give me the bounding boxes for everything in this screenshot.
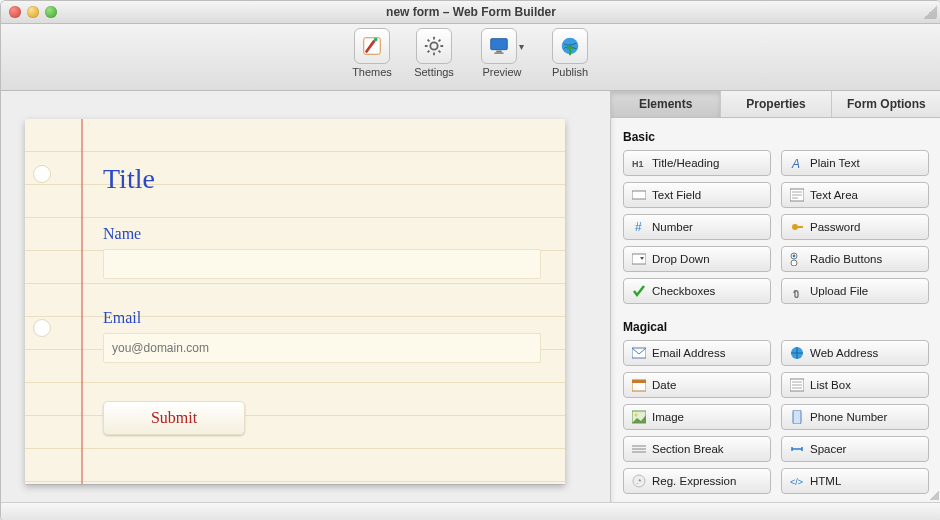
element-label: Phone Number (810, 411, 887, 423)
status-bar (1, 502, 940, 520)
gear-icon (423, 35, 445, 57)
form-title[interactable]: Title (103, 163, 545, 195)
element-image[interactable]: Image (623, 404, 771, 430)
textarea-icon (790, 188, 804, 202)
side-tabs: Elements Properties Form Options (611, 91, 940, 118)
element-label: HTML (810, 475, 841, 487)
element-email[interactable]: Email Address (623, 340, 771, 366)
textfield-icon (632, 188, 646, 202)
calendar-icon (632, 378, 646, 392)
minimize-window-button[interactable] (27, 6, 39, 18)
svg-rect-21 (632, 380, 646, 383)
element-checkboxes[interactable]: Checkboxes (623, 278, 771, 304)
element-date[interactable]: Date (623, 372, 771, 398)
settings-tool[interactable]: Settings (408, 28, 460, 78)
image-icon (632, 410, 646, 424)
main-toolbar: Themes Settings ▾ Preview (1, 24, 940, 91)
element-number[interactable]: #Number (623, 214, 771, 240)
svg-rect-14 (632, 254, 646, 264)
svg-point-17 (793, 255, 796, 258)
themes-icon (361, 35, 383, 57)
element-phone[interactable]: Phone Number (781, 404, 929, 430)
svg-rect-13 (797, 226, 803, 228)
field-label-email[interactable]: Email (103, 309, 545, 327)
regex-icon: .* (632, 474, 646, 488)
radio-icon (790, 252, 804, 266)
element-password[interactable]: Password (781, 214, 929, 240)
element-text-field[interactable]: Text Field (623, 182, 771, 208)
paper-hole (33, 319, 51, 337)
group-title: Basic (623, 130, 929, 144)
check-icon (632, 284, 646, 298)
themes-tool[interactable]: Themes (346, 28, 398, 78)
form-paper[interactable]: Title Name Email Submit (25, 119, 565, 484)
zoom-window-button[interactable] (45, 6, 57, 18)
element-label: Upload File (810, 285, 868, 297)
svg-rect-5 (494, 52, 503, 53)
resize-grip[interactable] (927, 488, 939, 500)
name-input[interactable] (103, 249, 541, 279)
element-heading[interactable]: H1Title/Heading (623, 150, 771, 176)
text-icon: A (790, 156, 804, 170)
paper-hole (33, 165, 51, 183)
submit-button[interactable]: Submit (103, 401, 245, 435)
element-listbox[interactable]: List Box (781, 372, 929, 398)
tab-form-options[interactable]: Form Options (832, 91, 940, 117)
element-dropdown[interactable]: Drop Down (623, 246, 771, 272)
tab-properties[interactable]: Properties (721, 91, 831, 117)
svg-rect-3 (490, 39, 507, 50)
svg-text:.*: .* (636, 477, 641, 486)
element-label: Image (652, 411, 684, 423)
key-icon (790, 220, 804, 234)
element-regex[interactable]: .*Reg. Expression (623, 468, 771, 494)
email-input[interactable] (103, 333, 541, 363)
tool-label: Settings (414, 66, 454, 78)
element-label: Web Address (810, 347, 878, 359)
listbox-icon (790, 378, 804, 392)
element-label: Password (810, 221, 861, 233)
globe-upload-icon (559, 35, 581, 57)
svg-point-1 (374, 38, 378, 42)
h1-icon: H1 (632, 156, 646, 170)
element-section[interactable]: Section Break (623, 436, 771, 462)
element-label: Email Address (652, 347, 726, 359)
paper-margin-line (81, 119, 83, 484)
element-label: Title/Heading (652, 157, 719, 169)
element-upload[interactable]: Upload File (781, 278, 929, 304)
element-label: Drop Down (652, 253, 710, 265)
svg-point-16 (791, 260, 797, 266)
chevron-down-icon[interactable]: ▾ (519, 41, 524, 52)
element-text-area[interactable]: Text Area (781, 182, 929, 208)
element-label: Plain Text (810, 157, 860, 169)
paperclip-icon (790, 284, 804, 298)
preview-tool[interactable]: ▾ Preview (470, 28, 534, 78)
window-controls (9, 6, 57, 18)
html-icon: </> (790, 474, 804, 488)
field-label-name[interactable]: Name (103, 225, 545, 243)
element-radios[interactable]: Radio Buttons (781, 246, 929, 272)
fullscreen-icon[interactable] (923, 5, 937, 19)
tool-label: Publish (552, 66, 588, 78)
element-web[interactable]: Web Address (781, 340, 929, 366)
svg-rect-25 (793, 410, 801, 424)
element-label: Spacer (810, 443, 846, 455)
element-html[interactable]: </>HTML (781, 468, 929, 494)
svg-text:A: A (791, 157, 800, 170)
tool-label: Preview (482, 66, 521, 78)
element-label: Number (652, 221, 693, 233)
element-plain-text[interactable]: APlain Text (781, 150, 929, 176)
spacer-icon (790, 442, 804, 456)
side-panel: Elements Properties Form Options BasicH1… (610, 91, 940, 502)
titlebar: new form – Web Form Builder (1, 1, 940, 24)
elements-panel[interactable]: BasicH1Title/HeadingAPlain TextText Fiel… (611, 118, 940, 502)
publish-tool[interactable]: Publish (544, 28, 596, 78)
svg-point-2 (430, 42, 437, 49)
tab-elements[interactable]: Elements (611, 91, 721, 117)
form-canvas[interactable]: Title Name Email Submit (1, 91, 610, 502)
app-window: new form – Web Form Builder Themes Sett (0, 0, 940, 520)
close-window-button[interactable] (9, 6, 21, 18)
element-spacer[interactable]: Spacer (781, 436, 929, 462)
element-label: Reg. Expression (652, 475, 736, 487)
dropdown-icon (632, 252, 646, 266)
svg-point-24 (635, 414, 638, 417)
